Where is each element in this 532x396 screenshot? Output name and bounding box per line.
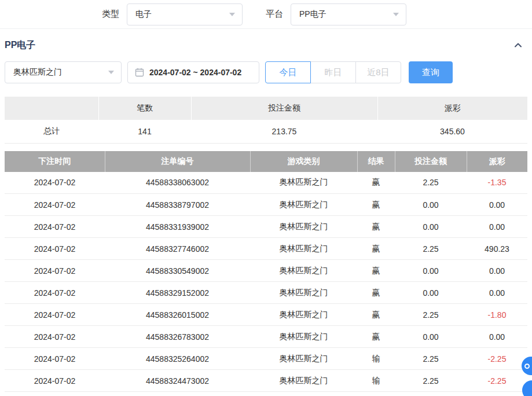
cell-bet-amount: 0.00 [395,216,467,238]
summary-total-row: 总计 141 213.75 345.60 [5,120,527,143]
summary-header-row: 笔数 投注金额 派彩 [5,97,527,120]
cell-bet-id: 44588327746002 [105,238,250,260]
cell-bet-amount: 2.25 [395,172,467,194]
cell-payout: 490.23 [467,238,527,260]
cell-bet-time: 2024-07-02 [5,238,105,260]
type-select[interactable]: 电子 [127,3,243,25]
table-row: 2024-07-02 44588329152002 奥林匹斯之门 赢 0.00 … [5,282,527,304]
platform-label: 平台 [266,9,283,20]
chevron-down-icon [108,71,114,74]
calendar-icon [135,68,144,77]
cell-result: 赢 [357,194,395,216]
cell-result: 赢 [357,326,395,348]
cell-result: 赢 [357,216,395,238]
table-row: 2024-07-02 44588326015002 奥林匹斯之门 赢 2.25 … [5,304,527,326]
cell-bet-time: 2024-07-02 [5,348,105,370]
table-row: 2024-07-02 44588327746002 奥林匹斯之门 赢 2.25 … [5,238,527,260]
cell-result: 赢 [357,282,395,304]
cell-bet-id: 44588330549002 [105,260,250,282]
table-row: 2024-07-02 44588326783002 奥林匹斯之门 赢 0.00 … [5,326,527,348]
chevron-down-icon [229,13,235,16]
bet-table-body: 2024-07-02 44588338063002 奥林匹斯之门 赢 2.25 … [5,172,527,392]
cell-payout: 0.00 [467,282,527,304]
cell-payout: 0.00 [467,194,527,216]
cell-bet-id: 44588324473002 [105,370,250,392]
table-row: 2024-07-02 44588330549002 奥林匹斯之门 赢 0.00 … [5,260,527,282]
cell-bet-time: 2024-07-02 [5,194,105,216]
collapse-section-button[interactable] [513,41,523,50]
cell-game-type: 奥林匹斯之门 [250,370,357,392]
header-result: 结果 [357,151,395,172]
date-range-picker[interactable]: 2024-07-02 ~ 2024-07-02 [127,61,259,83]
chevron-down-icon [393,13,399,16]
cell-bet-amount: 2.25 [395,238,467,260]
cell-bet-amount: 2.25 [395,304,467,326]
cell-bet-time: 2024-07-02 [5,304,105,326]
cell-game-type: 奥林匹斯之门 [250,348,357,370]
cell-bet-id: 44588329152002 [105,282,250,304]
cell-bet-time: 2024-07-02 [5,370,105,392]
summary-header-bet-amount: 投注金额 [191,97,377,120]
summary-header-blank [5,97,98,120]
last8days-button[interactable]: 近8日 [355,61,401,83]
cell-bet-amount: 2.25 [395,370,467,392]
header-bet-amount: 投注金额 [395,151,467,172]
cell-game-type: 奥林匹斯之门 [250,238,357,260]
bet-table: 下注时间 注单编号 游戏类别 结果 投注金额 派彩 2024-07-02 445… [5,151,527,393]
top-filter-bar: 类型 电子 平台 PP电子 [0,0,532,29]
cell-result: 赢 [357,304,395,326]
cell-bet-amount: 2.25 [395,348,467,370]
cell-game-type: 奥林匹斯之门 [250,216,357,238]
summary-bet-amount-value: 213.75 [191,120,377,143]
summary-total-label: 总计 [5,120,98,143]
cell-payout: -1.80 [467,304,527,326]
cell-bet-amount: 0.00 [395,260,467,282]
bet-table-header-row: 下注时间 注单编号 游戏类别 结果 投注金额 派彩 [5,151,527,172]
cell-bet-id: 44588338797002 [105,194,250,216]
header-payout: 派彩 [467,151,527,172]
today-button[interactable]: 今日 [265,61,311,83]
cell-game-type: 奥林匹斯之门 [250,172,357,194]
cell-bet-amount: 0.00 [395,282,467,304]
cell-game-type: 奥林匹斯之门 [250,260,357,282]
section-header: PP电子 [0,29,532,61]
cell-bet-amount: 0.00 [395,326,467,348]
cell-result: 赢 [357,172,395,194]
platform-select[interactable]: PP电子 [291,3,406,25]
table-row: 2024-07-02 44588338063002 奥林匹斯之门 赢 2.25 … [5,172,527,194]
cell-result: 赢 [357,260,395,282]
cell-game-type: 奥林匹斯之门 [250,194,357,216]
date-shortcut-group: 今日 昨日 近8日 [265,61,401,83]
summary-count-value: 141 [98,120,191,143]
header-game-type: 游戏类别 [250,151,357,172]
cell-game-type: 奥林匹斯之门 [250,282,357,304]
cell-bet-id: 44588326015002 [105,304,250,326]
yesterday-button[interactable]: 昨日 [310,61,356,83]
cell-bet-id: 44588331939002 [105,216,250,238]
game-select-value: 奥林匹斯之门 [13,67,62,78]
header-bet-id: 注单编号 [105,151,250,172]
cell-bet-time: 2024-07-02 [5,326,105,348]
cell-payout: -1.35 [467,172,527,194]
cell-bet-id: 44588338063002 [105,172,250,194]
table-row: 2024-07-02 44588325264002 奥林匹斯之门 输 2.25 … [5,348,527,370]
date-range-value: 2024-07-02 ~ 2024-07-02 [149,68,241,77]
summary-header-payout: 派彩 [377,97,527,120]
cell-game-type: 奥林匹斯之门 [250,326,357,348]
cell-bet-time: 2024-07-02 [5,260,105,282]
cell-bet-id: 44588325264002 [105,348,250,370]
cell-bet-time: 2024-07-02 [5,172,105,194]
platform-select-value: PP电子 [299,9,326,20]
header-bet-time: 下注时间 [5,151,105,172]
cell-bet-time: 2024-07-02 [5,282,105,304]
table-row: 2024-07-02 44588331939002 奥林匹斯之门 赢 0.00 … [5,216,527,238]
table-row: 2024-07-02 44588338797002 奥林匹斯之门 赢 0.00 … [5,194,527,216]
cell-bet-id: 44588326783002 [105,326,250,348]
cell-payout: 0.00 [467,326,527,348]
cell-payout: 0.00 [467,260,527,282]
game-select[interactable]: 奥林匹斯之门 [5,61,122,83]
table-row: 2024-07-02 44588324473002 奥林匹斯之门 输 2.25 … [5,370,527,392]
cell-bet-amount: 0.00 [395,194,467,216]
search-button[interactable]: 查询 [409,61,453,83]
type-label: 类型 [102,9,119,20]
